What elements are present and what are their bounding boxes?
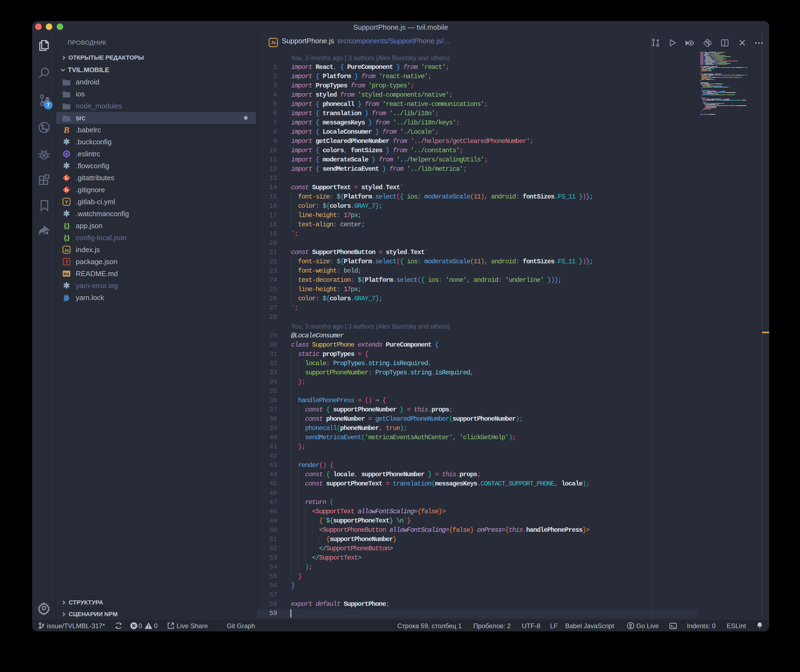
svg-text:Y: Y: [65, 200, 68, 205]
svg-text:M: M: [64, 272, 67, 276]
svg-text:Js: Js: [64, 248, 69, 253]
